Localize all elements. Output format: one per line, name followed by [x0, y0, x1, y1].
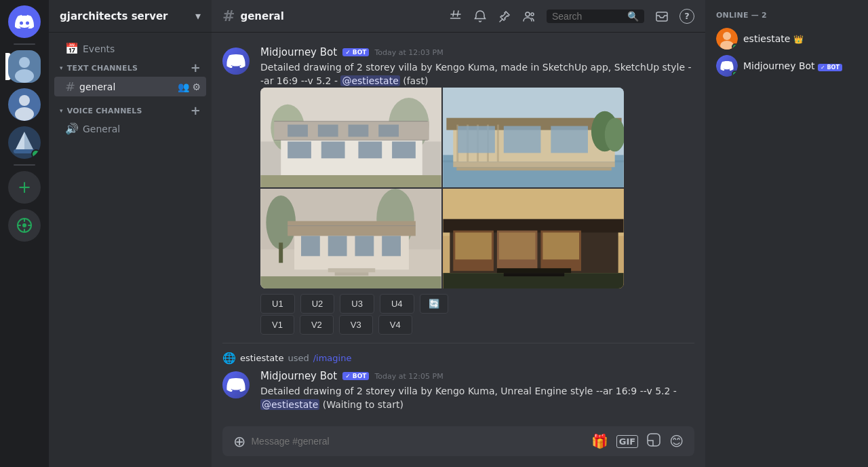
section-divider [222, 343, 694, 343]
inbox-icon[interactable] [655, 10, 669, 23]
bot-badge-2: ✓ BOT [342, 372, 369, 380]
member-item-estiestate[interactable]: estiestate 👑 [711, 25, 863, 52]
messages-area: Midjourney Bot ✓ BOT Today at 12:03 PM D… [212, 33, 705, 426]
general-channel-item[interactable]: # general 👥 ⚙ [54, 77, 206, 96]
hashtag-icon[interactable] [449, 10, 462, 23]
pin-icon[interactable] [498, 10, 511, 23]
member-avatar-estiestate [716, 28, 738, 50]
message-author-2: Midjourney Bot [260, 370, 337, 382]
svg-rect-79 [648, 434, 660, 446]
events-label: Events [83, 43, 201, 54]
gif-button[interactable]: GIF [616, 435, 638, 448]
channel-header: # general [212, 0, 705, 33]
text-channels-label: TEXT CHANNELS [67, 64, 138, 73]
server-3-icon[interactable] [8, 126, 41, 159]
text-channels-category[interactable]: ▾ TEXT CHANNELS + [49, 59, 212, 77]
manage-users-icon[interactable]: 👥 [178, 81, 189, 92]
svg-point-13 [22, 223, 26, 227]
notify-username: estiestate [240, 353, 283, 363]
help-icon[interactable]: ? [679, 9, 694, 24]
svg-rect-57 [288, 221, 416, 236]
member-item-midjourney[interactable]: Midjourney Bot ✓ BOT [711, 52, 863, 79]
svg-rect-30 [392, 142, 416, 159]
u1-button[interactable]: U1 [260, 294, 295, 314]
channel-actions: 👥 ⚙ [178, 81, 201, 92]
mention-2: @estiestate [260, 399, 319, 410]
v3-button[interactable]: V3 [339, 315, 373, 335]
server-divider-2 [14, 164, 35, 166]
v1-button[interactable]: V1 [260, 315, 294, 335]
u3-button[interactable]: U3 [340, 294, 374, 314]
action-buttons-row1: U1 U2 U3 U4 🔄 [260, 294, 694, 314]
mention-1: @estiestate [340, 75, 399, 86]
add-text-channel-button[interactable]: + [191, 62, 201, 74]
svg-rect-74 [499, 233, 536, 260]
server-sidebar: + [0, 0, 49, 467]
search-bar[interactable]: 🔍 [547, 10, 644, 23]
message-input[interactable] [251, 436, 585, 447]
search-input[interactable] [552, 11, 625, 22]
discord-home-icon[interactable] [8, 5, 41, 38]
crown-icon: 👑 [793, 35, 804, 44]
svg-point-81 [723, 32, 731, 40]
dropdown-chevron: ▾ [195, 10, 201, 22]
channel-list: 📅 Events ▾ TEXT CHANNELS + # general 👥 ⚙ [49, 33, 212, 467]
svg-rect-31 [260, 175, 441, 187]
message-text-2: Detailed drawing of 2 storey villa by Ke… [260, 385, 694, 411]
gift-icon[interactable]: 🎁 [591, 433, 608, 449]
calendar-icon: 📅 [65, 42, 79, 55]
svg-rect-26 [378, 125, 399, 137]
server-2-icon[interactable] [8, 88, 41, 121]
members-icon[interactable] [522, 10, 536, 23]
message-group-1: Midjourney Bot ✓ BOT Today at 12:03 PM D… [212, 43, 705, 337]
server-header[interactable]: gjarchitects server ▾ [49, 0, 212, 33]
settings-icon[interactable]: ⚙ [192, 81, 201, 92]
message-input-box: ⊕ 🎁 GIF 😊 [222, 426, 694, 456]
image-cell-2 [443, 88, 624, 187]
svg-rect-16 [656, 12, 667, 21]
svg-point-3 [19, 57, 30, 68]
general-channel-name: general [79, 81, 174, 92]
text-channels-section: ▾ TEXT CHANNELS + # general 👥 ⚙ [49, 59, 212, 96]
sticker-icon[interactable] [646, 432, 661, 451]
events-item[interactable]: 📅 Events [54, 38, 206, 59]
image-cell-4 [443, 189, 624, 288]
message-author-1: Midjourney Bot [260, 46, 337, 58]
right-sidebar: ONLINE — 2 estiestate 👑 Midjourney Bot ✓… [705, 0, 868, 467]
svg-point-4 [15, 69, 34, 83]
message-text-1: Detailed drawing of 2 storey villa by Ke… [260, 61, 694, 88]
message-timestamp-2: Today at 12:05 PM [374, 372, 443, 381]
voice-general-item[interactable]: 🔊 General [54, 119, 206, 138]
server-divider-1 [14, 43, 35, 45]
message-input-area: ⊕ 🎁 GIF 😊 [212, 426, 705, 467]
speaker-icon: 🔊 [65, 122, 79, 135]
add-voice-channel-button[interactable]: + [191, 105, 201, 117]
svg-rect-28 [321, 142, 345, 159]
message-header-1: Midjourney Bot ✓ BOT Today at 12:03 PM [260, 46, 694, 58]
u4-button[interactable]: U4 [380, 294, 414, 314]
member-name-estiestate: estiestate 👑 [743, 33, 804, 44]
add-attachment-button[interactable]: ⊕ [233, 433, 245, 450]
refresh-button[interactable]: 🔄 [420, 294, 448, 314]
emoji-button[interactable]: 😊 [669, 433, 684, 449]
image-cell-3 [260, 189, 441, 288]
server-1-icon[interactable] [8, 50, 41, 83]
discover-servers-button[interactable] [8, 209, 41, 242]
header-icons: 🔍 ? [449, 9, 694, 24]
bell-icon[interactable] [473, 10, 487, 23]
search-icon: 🔍 [627, 11, 639, 22]
v2-button[interactable]: V2 [300, 315, 334, 335]
v4-button[interactable]: V4 [378, 315, 412, 335]
svg-rect-29 [358, 142, 382, 159]
channel-header-name: general [240, 10, 283, 22]
add-server-button[interactable]: + [8, 171, 41, 204]
u2-button[interactable]: U2 [300, 294, 335, 314]
villa-image-grid[interactable] [260, 88, 624, 288]
voice-channels-category[interactable]: ▾ VOICE CHANNELS + [49, 102, 212, 119]
svg-point-1 [26, 22, 29, 25]
imagine-command[interactable]: /imagine [313, 353, 352, 363]
svg-rect-63 [328, 268, 376, 272]
used-imagine-notify: 🌐 estiestate used /imagine [212, 349, 705, 367]
svg-point-14 [526, 12, 530, 16]
voice-general-name: General [83, 124, 201, 134]
